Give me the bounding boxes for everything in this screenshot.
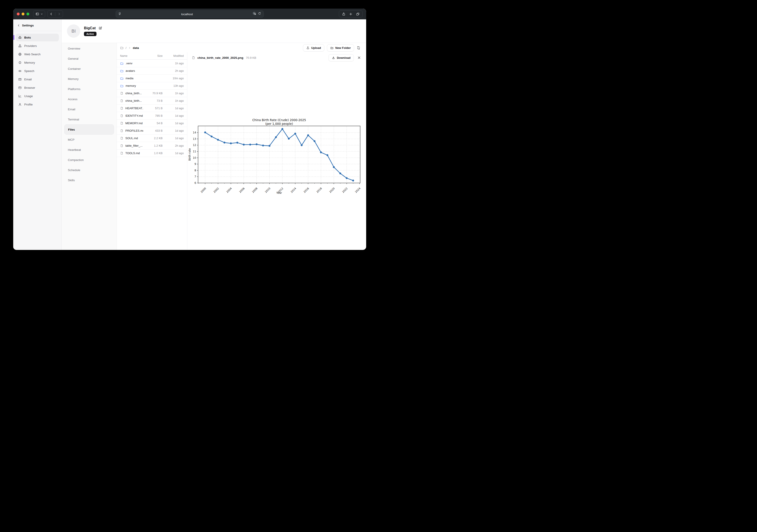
preview-body: 6789101112131420002002200420062008201020…: [187, 63, 366, 250]
tab-schedule[interactable]: Schedule: [64, 165, 114, 175]
upload-button[interactable]: Upload: [303, 44, 324, 51]
table-row[interactable]: HEARTBEAT... 571 B 1d ago: [117, 104, 187, 112]
breadcrumb: / data: [120, 46, 139, 49]
table-row[interactable]: MEMORY.md 54 B 1d ago: [117, 120, 187, 127]
robot-icon: [18, 36, 22, 40]
tab-heartbeat[interactable]: Heartbeat: [64, 145, 114, 155]
sidebar-item-browser[interactable]: Browser: [16, 84, 59, 92]
sidebar-item-usage[interactable]: Usage: [16, 92, 59, 100]
traffic-lights: [17, 13, 29, 15]
close-icon[interactable]: [357, 56, 361, 59]
table-row[interactable]: media 10m ago: [117, 74, 187, 82]
table-row[interactable]: avatars 2h ago: [117, 67, 187, 74]
bot-header: BI BigCat Active: [62, 19, 366, 43]
table-row[interactable]: china_birth... 70.9 KB 1h ago: [117, 90, 187, 97]
svg-text:7: 7: [195, 175, 196, 178]
download-label: Download: [337, 56, 350, 59]
file-size: 1.0 KB: [143, 152, 163, 155]
forward-button[interactable]: [57, 12, 61, 15]
address-bar[interactable]: localhost A: [116, 10, 264, 17]
svg-text:9: 9: [195, 163, 196, 165]
tab-platforms[interactable]: Platforms: [64, 84, 114, 94]
sidebar-item-label: Bots: [24, 36, 31, 39]
sidebar-item-web-search[interactable]: Web Search: [16, 50, 59, 58]
file-modified: 1d ago: [163, 114, 184, 117]
folder-icon[interactable]: [120, 46, 124, 49]
table-row[interactable]: PROFILES.md 433 B 1d ago: [117, 127, 187, 134]
file-name: SOUL.md: [125, 136, 138, 140]
speaker-icon: [18, 69, 22, 73]
refresh-icon[interactable]: [357, 46, 360, 50]
column-size[interactable]: Size: [143, 54, 163, 57]
close-window-button[interactable]: [17, 13, 19, 15]
breadcrumb-root[interactable]: /: [126, 46, 127, 49]
download-button[interactable]: Download: [328, 54, 354, 61]
back-button[interactable]: [49, 12, 53, 15]
tab-memory[interactable]: Memory: [64, 74, 114, 84]
column-modified[interactable]: Modified: [163, 54, 184, 57]
translate-icon[interactable]: A: [253, 12, 256, 16]
table-row[interactable]: table_filter_... 1.2 KB 2h ago: [117, 142, 187, 150]
new-folder-button[interactable]: New Folder: [327, 44, 354, 51]
tab-container[interactable]: Container: [64, 64, 114, 74]
table-row[interactable]: .venv 1h ago: [117, 60, 187, 67]
svg-text:Birth rate: Birth rate: [188, 148, 191, 161]
sidebar-item-memory[interactable]: Memory: [16, 59, 59, 67]
folder-icon: [120, 69, 124, 73]
file-icon: [120, 129, 123, 132]
tabs-overview-icon[interactable]: [356, 12, 360, 16]
svg-text:Year: Year: [276, 192, 282, 194]
url-text: localhost: [121, 12, 253, 15]
chart-icon: [18, 94, 22, 98]
table-row[interactable]: memory 13h ago: [117, 82, 187, 90]
file-modified: 1d ago: [163, 106, 184, 110]
file-icon: [120, 144, 123, 147]
divider: [55, 12, 55, 16]
file-modified: 1d ago: [163, 152, 184, 155]
minimize-window-button[interactable]: [21, 13, 24, 15]
svg-text:11: 11: [193, 150, 196, 153]
bot-subnav: Overview General Container Memory Platfo…: [62, 43, 117, 250]
file-size: 1.2 KB: [143, 144, 163, 147]
table-row[interactable]: SOUL.md 2.2 KB 1d ago: [117, 134, 187, 142]
tab-general[interactable]: General: [64, 53, 114, 64]
tab-terminal[interactable]: Terminal: [64, 114, 114, 124]
back-chevron-icon[interactable]: [17, 24, 20, 27]
svg-text:13: 13: [193, 137, 196, 140]
sidebar-item-providers[interactable]: Providers: [16, 42, 59, 50]
preview-header: china_birth_rate_2000_2025.png 70.9 KB D…: [187, 52, 366, 63]
folder-icon: [120, 62, 124, 65]
sidebar-item-bots[interactable]: Bots: [16, 34, 59, 42]
share-icon[interactable]: [342, 12, 346, 16]
file-size: 785 B: [143, 114, 163, 117]
table-row[interactable]: china_birth... 73 B 1h ago: [117, 97, 187, 104]
sidebar-item-profile[interactable]: Profile: [16, 101, 59, 108]
column-name[interactable]: Name: [120, 54, 143, 57]
zoom-window-button[interactable]: [26, 13, 29, 15]
edit-icon[interactable]: [99, 26, 102, 30]
tab-mcp[interactable]: MCP: [64, 134, 114, 145]
table-row[interactable]: TOOLS.md 1.0 KB 1d ago: [117, 150, 187, 157]
table-row[interactable]: IDENTITY.md 785 B 1d ago: [117, 112, 187, 120]
tab-compaction[interactable]: Compaction: [64, 155, 114, 165]
envelope-icon: [18, 77, 22, 81]
tab-overview[interactable]: Overview: [64, 44, 114, 53]
file-icon: [120, 136, 123, 140]
file-size: 70.9 KB: [143, 92, 163, 95]
tab-email[interactable]: Email: [64, 104, 114, 114]
sidebar-item-email[interactable]: Email: [16, 75, 59, 83]
page-settings-icon[interactable]: [118, 12, 121, 16]
upload-label: Upload: [311, 46, 321, 49]
brain-icon: [18, 61, 22, 65]
tab-files[interactable]: Files: [64, 124, 114, 134]
tab-access[interactable]: Access: [64, 94, 114, 104]
reload-icon[interactable]: [258, 12, 261, 16]
file-modified: 1h ago: [163, 62, 184, 65]
file-size: 54 B: [143, 122, 163, 125]
globe-icon: [18, 52, 22, 56]
sidebar-toggle-button[interactable]: [33, 10, 45, 17]
sidebar-item-speech[interactable]: Speech: [16, 67, 59, 75]
tab-skills[interactable]: Skills: [64, 175, 114, 185]
new-tab-icon[interactable]: [349, 12, 352, 16]
sidebar-toggle-icon: [36, 12, 39, 16]
